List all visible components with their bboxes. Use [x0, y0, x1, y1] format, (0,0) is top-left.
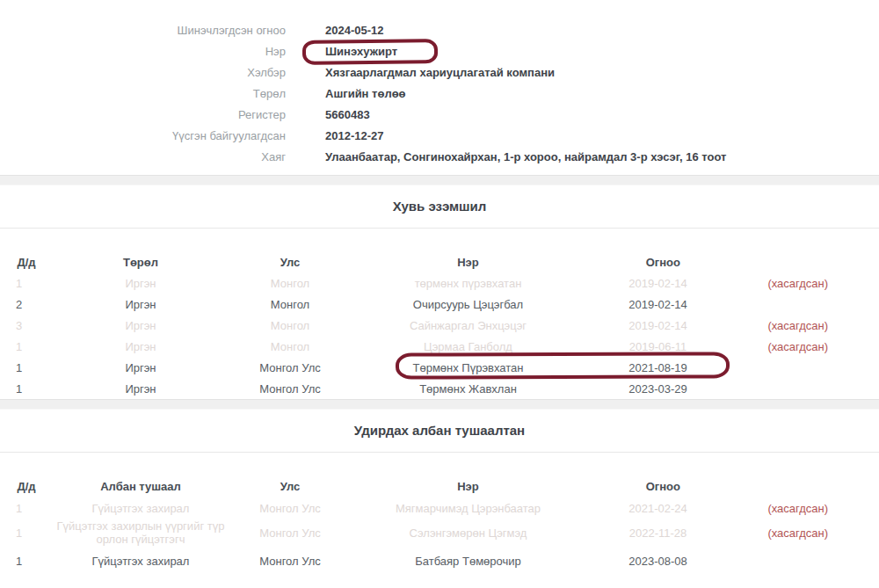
- info-label: Төрөл: [0, 87, 286, 100]
- column-header: Д/д: [0, 256, 53, 269]
- cell-type: Иргэн: [53, 277, 229, 290]
- cell-type: Иргэн: [53, 298, 229, 311]
- cell-removed-status: (хасагдсан): [731, 526, 879, 540]
- table-row: 1 Иргэн Монгол төрмөнх пүрэвхатан 2019-0…: [0, 272, 879, 294]
- shareholders-section: Хувь эзэмшил Д/д Төрөл Улс Нэр Огноо 1 И…: [0, 185, 879, 399]
- cell-type: Иргэн: [53, 361, 229, 374]
- column-header: Д/д: [0, 480, 53, 493]
- cell-country: Монгол: [229, 319, 352, 332]
- cell-country: Монгол Улс: [229, 361, 352, 374]
- cell-number: 1: [0, 382, 53, 396]
- officials-section-title: Удирдах албан тушаалтан: [0, 410, 879, 439]
- info-row: Төрөл Ашгийн төлөө: [0, 83, 879, 104]
- table-row: 1 Иргэн Монгол Цэрмаа Ганболд 2019-06-11…: [0, 336, 879, 357]
- info-row: Үүсгэн байгуулагдсан 2012-12-27: [0, 125, 879, 146]
- info-row: Нэр Шинэхужирт: [0, 40, 879, 62]
- company-info-section: Шинэчлэгдсэн огноо 2024-05-12 Нэр Шинэху…: [0, 0, 879, 175]
- cell-name: Төрмөнх Жавхлан: [352, 382, 585, 396]
- info-value: Ашгийн төлөө: [325, 87, 406, 100]
- info-label: Үүсгэн байгуулагдсан: [0, 129, 286, 142]
- cell-name: Цэрмаа Ганболд: [352, 340, 585, 353]
- info-row: Хаяг Улаанбаатар, Сонгинохайрхан, 1-р хо…: [0, 146, 879, 167]
- cell-number: 1: [0, 554, 53, 569]
- cell-date: 2022-11-28: [585, 526, 731, 540]
- cell-name: Батбаяр Төмөрочир: [352, 554, 585, 569]
- cell-name: төрмөнх пүрэвхатан: [352, 277, 585, 290]
- shareholders-section-title: Хувь эзэмшил: [0, 185, 879, 215]
- horizontal-rule: [0, 452, 879, 453]
- shareholders-table-header: Д/д Төрөл Улс Нэр Огноо: [0, 251, 879, 272]
- column-header: Огноо: [585, 480, 731, 493]
- cell-country: Монгол Улс: [229, 382, 352, 396]
- cell-number: 1: [0, 502, 53, 515]
- cell-position: Гүйцэтгэх захирал: [53, 554, 229, 569]
- cell-country: Монгол Улс: [229, 526, 352, 540]
- cell-name: Сайнжаргал Энхцэцэг: [352, 319, 585, 332]
- table-row: 3 Иргэн Монгол Сайнжаргал Энхцэцэг 2019-…: [0, 315, 879, 336]
- table-row: 1 Гүйцэтгэх захирлын үүргийг түр орлон г…: [0, 519, 879, 542]
- cell-number: 3: [0, 319, 53, 332]
- cell-country: Монгол Улс: [229, 554, 352, 569]
- cell-name: Төрмөнх Пүрэвхатан: [352, 361, 585, 374]
- shareholders-table: 1 Иргэн Монгол төрмөнх пүрэвхатан 2019-0…: [0, 272, 879, 399]
- cell-removed-status: (хасагдсан): [731, 502, 879, 515]
- officials-table: 1 Гүйцэтгэх захирал Монгол Улс Мягмарчим…: [0, 497, 879, 579]
- table-row: 2 Иргэн Монгол Очирсуурь Цэцэгбал 2019-0…: [0, 294, 879, 315]
- info-value: Шинэхужирт: [325, 45, 397, 58]
- cell-country: Монгол: [229, 340, 352, 353]
- cell-country: Монгол: [229, 298, 352, 311]
- cell-date: 2021-02-24: [585, 502, 731, 515]
- cell-type: Иргэн: [53, 382, 229, 396]
- column-header: Улс: [229, 480, 352, 493]
- cell-name: Сэлэнгэмөрөн Цэгмэд: [352, 526, 585, 540]
- info-label: Хэлбэр: [0, 66, 286, 79]
- info-row: Регистер 5660483: [0, 104, 879, 125]
- info-row: Шинэчлэгдсэн огноо 2024-05-12: [0, 19, 879, 40]
- cell-type: Иргэн: [53, 340, 229, 353]
- cell-name: Мягмарчимэд Цэрэнбаатар: [352, 502, 585, 515]
- info-value: 2024-05-12: [325, 24, 384, 37]
- cell-number: 1: [0, 340, 53, 353]
- cell-number: 2: [0, 298, 53, 311]
- info-value: 2012-12-27: [325, 129, 384, 142]
- info-label: Хаяг: [0, 150, 286, 163]
- cell-date: 2021-08-19: [585, 361, 731, 374]
- cell-number: 1: [0, 361, 53, 374]
- horizontal-rule: [0, 228, 879, 229]
- cell-removed-status: (хасагдсан): [731, 340, 879, 353]
- info-value: Хязгаарлагдмал хариуцлагатай компани: [325, 66, 555, 79]
- cell-date: 2019-02-14: [585, 277, 731, 290]
- section-divider: [0, 399, 879, 410]
- info-label: Шинэчлэгдсэн огноо: [0, 24, 286, 37]
- cell-number: 1: [0, 277, 53, 290]
- cell-removed-status: (хасагдсан): [731, 319, 879, 332]
- cell-removed-status: (хасагдсан): [731, 277, 879, 290]
- column-header: Нэр: [352, 480, 585, 493]
- column-header: Албан тушаал: [53, 480, 229, 493]
- table-row: 1 Иргэн Монгол Улс Төрмөнх Жавхлан 2023-…: [0, 378, 879, 399]
- info-row: Хэлбэр Хязгаарлагдмал хариуцлагатай комп…: [0, 62, 879, 83]
- section-divider: [0, 175, 879, 185]
- info-value: Улаанбаатар, Сонгинохайрхан, 1-р хороо, …: [325, 150, 726, 163]
- info-label: Регистер: [0, 108, 286, 121]
- column-header: Төрөл: [53, 256, 229, 269]
- cell-date: 2023-03-29: [585, 382, 731, 396]
- cell-date: 2019-06-11: [585, 340, 731, 353]
- cell-date: 2019-02-14: [585, 298, 731, 311]
- info-label: Нэр: [0, 45, 286, 58]
- info-value: 5660483: [325, 108, 370, 121]
- cell-number: 1: [0, 526, 53, 540]
- table-row: 1 Иргэн Монгол Улс Төрмөнх Пүрэвхатан 20…: [0, 357, 879, 378]
- cell-country: Монгол: [229, 277, 352, 290]
- company-registry-page: Шинэчлэгдсэн огноо 2024-05-12 Нэр Шинэху…: [0, 0, 879, 588]
- column-header: Нэр: [352, 256, 585, 269]
- officials-section: Удирдах албан тушаалтан Д/д Албан тушаал…: [0, 410, 879, 579]
- cell-date: 2019-02-14: [585, 319, 731, 332]
- table-row: 1 Гүйцэтгэх захирал Монгол Улс Батбаяр Т…: [0, 542, 879, 579]
- cell-date: 2023-08-08: [585, 554, 731, 569]
- column-header: Огноо: [585, 256, 731, 269]
- table-row: 1 Гүйцэтгэх захирал Монгол Улс Мягмарчим…: [0, 497, 879, 519]
- officials-table-header: Д/д Албан тушаал Улс Нэр Огноо: [0, 475, 879, 497]
- cell-type: Иргэн: [53, 319, 229, 332]
- column-header: Улс: [229, 256, 352, 269]
